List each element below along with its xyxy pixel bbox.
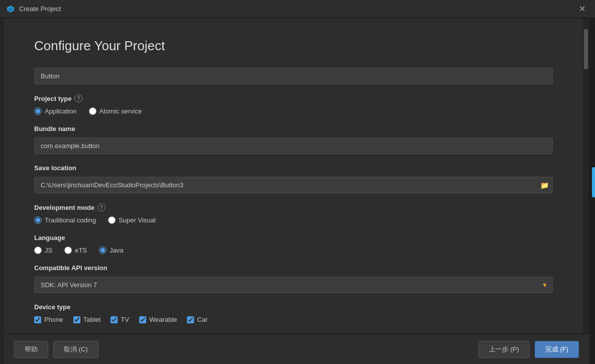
checkbox-tablet[interactable]: Tablet <box>73 316 101 323</box>
language-radio-group: JS eTS Java <box>34 247 553 254</box>
project-name-input[interactable] <box>34 68 553 84</box>
radio-application-input[interactable] <box>34 107 42 115</box>
api-version-select[interactable]: SDK: API Version 7 SDK: API Version 6 SD… <box>34 277 553 293</box>
api-version-label: Compatible API version <box>34 264 553 272</box>
checkbox-tablet-label: Tablet <box>83 316 101 323</box>
radio-ets[interactable]: eTS <box>64 247 87 254</box>
previous-button[interactable]: 上一步 (P) <box>478 341 530 358</box>
app-icon <box>6 5 15 14</box>
project-type-label: Project type ? <box>34 94 553 102</box>
language-label: Language <box>34 234 553 241</box>
checkbox-tv[interactable]: TV <box>111 316 129 323</box>
cancel-button[interactable]: 取消 (C) <box>53 341 98 358</box>
radio-traditional-label: Traditional coding <box>45 216 96 224</box>
radio-super-visual-label: Super Visual <box>119 216 155 224</box>
checkbox-tv-label: TV <box>121 316 129 323</box>
radio-super-visual-input[interactable] <box>108 216 116 224</box>
device-type-checkbox-group: Phone Tablet TV Wearable <box>34 316 553 323</box>
title-bar-text: Create Project <box>19 5 575 13</box>
footer: 帮助 取消 (C) 上一步 (P) 完成 (F) <box>4 334 589 364</box>
main-content: Configure Your Project Project type ? Ap… <box>0 18 595 364</box>
checkbox-wearable[interactable]: Wearable <box>139 316 177 323</box>
bundle-name-input[interactable] <box>34 138 553 154</box>
checkbox-phone-input[interactable] <box>34 316 41 323</box>
radio-js-input[interactable] <box>34 247 42 254</box>
radio-ets-input[interactable] <box>64 247 72 254</box>
save-location-input[interactable] <box>34 177 553 193</box>
bundle-name-label: Bundle name <box>34 125 553 133</box>
window: Create Project ✕ Configure Your Project … <box>0 0 595 364</box>
radio-java-label: Java <box>110 247 123 254</box>
page-title: Configure Your Project <box>34 38 553 54</box>
checkbox-car-label: Car <box>197 316 208 323</box>
radio-traditional[interactable]: Traditional coding <box>34 216 96 224</box>
project-type-radio-group: Application Atomic service <box>34 107 553 115</box>
scrollbar-thumb[interactable] <box>584 29 588 69</box>
finish-button[interactable]: 完成 (F) <box>535 341 579 358</box>
radio-traditional-input[interactable] <box>34 216 42 224</box>
api-version-wrapper: SDK: API Version 7 SDK: API Version 6 SD… <box>34 277 553 293</box>
footer-left: 帮助 取消 (C) <box>14 341 478 358</box>
radio-application-label: Application <box>45 107 77 115</box>
radio-atomic-service[interactable]: Atomic service <box>89 107 142 115</box>
radio-java-input[interactable] <box>99 247 107 254</box>
radio-atomic-service-label: Atomic service <box>100 107 142 115</box>
development-mode-label: Development mode ? <box>34 203 553 211</box>
development-mode-help-icon[interactable]: ? <box>97 203 106 211</box>
close-button[interactable]: ✕ <box>575 2 589 16</box>
save-location-wrapper: 📁 <box>34 177 553 193</box>
footer-right: 上一步 (P) 完成 (F) <box>478 341 579 358</box>
radio-atomic-service-input[interactable] <box>89 107 96 115</box>
radio-application[interactable]: Application <box>34 107 77 115</box>
radio-js-label: JS <box>45 247 52 254</box>
scrollbar-track[interactable] <box>583 18 589 334</box>
browse-icon[interactable]: 📁 <box>540 181 549 189</box>
right-edge <box>589 18 595 364</box>
dialog-body: Configure Your Project Project type ? Ap… <box>4 18 583 334</box>
radio-super-visual[interactable]: Super Visual <box>108 216 155 224</box>
title-bar: Create Project ✕ <box>0 0 595 18</box>
checkbox-tablet-input[interactable] <box>73 316 80 323</box>
checkbox-car[interactable]: Car <box>187 316 208 323</box>
checkbox-car-input[interactable] <box>187 316 194 323</box>
device-type-label: Device type <box>34 303 553 311</box>
project-type-help-icon[interactable]: ? <box>74 94 82 102</box>
dialog-area: Configure Your Project Project type ? Ap… <box>4 18 589 364</box>
development-mode-radio-group: Traditional coding Super Visual <box>34 216 553 224</box>
left-panel <box>0 18 4 364</box>
radio-ets-label: eTS <box>75 247 87 254</box>
side-accent <box>592 167 595 197</box>
help-button[interactable]: 帮助 <box>14 341 48 358</box>
radio-js[interactable]: JS <box>34 247 52 254</box>
save-location-label: Save location <box>34 164 553 172</box>
checkbox-phone-label: Phone <box>44 316 63 323</box>
checkbox-wearable-label: Wearable <box>149 316 177 323</box>
checkbox-wearable-input[interactable] <box>139 316 146 323</box>
checkbox-tv-input[interactable] <box>111 316 118 323</box>
radio-java[interactable]: Java <box>99 247 123 254</box>
checkbox-phone[interactable]: Phone <box>34 316 63 323</box>
